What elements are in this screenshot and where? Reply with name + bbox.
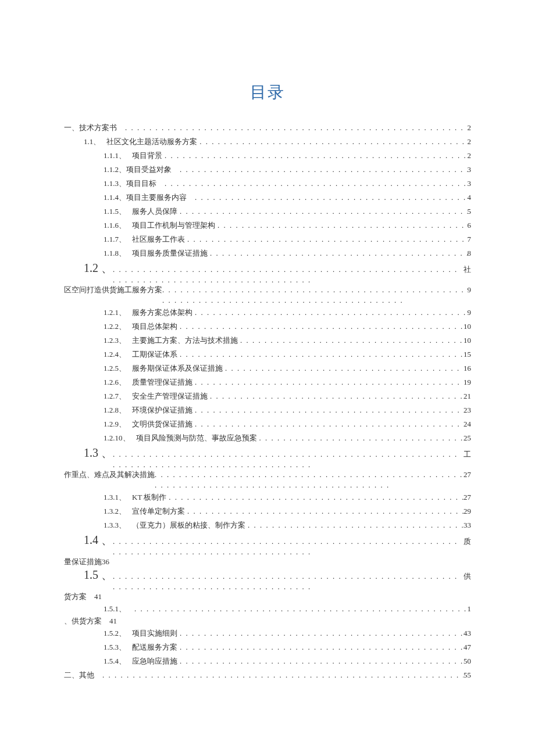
toc-section-wrap: 区空间打造供货施工服务方案9 bbox=[64, 285, 471, 306]
toc-label: 项目总体架构 bbox=[132, 320, 177, 334]
toc-label: 项目工作机制与管理架构 bbox=[132, 218, 215, 232]
toc-leader bbox=[132, 602, 468, 616]
page-title: 目录 bbox=[64, 81, 471, 103]
toc-leader bbox=[177, 320, 463, 334]
toc-num: 1.2.3、 bbox=[104, 334, 126, 347]
toc-leader bbox=[192, 306, 468, 320]
toc-section-wrap: 作重点、难点及其解决措施27 bbox=[64, 470, 471, 490]
toc-page: 50 bbox=[463, 654, 471, 668]
toc-leader bbox=[185, 232, 468, 246]
toc-leader bbox=[177, 347, 463, 361]
toc-label: 工期保证体系 bbox=[132, 347, 177, 361]
toc-page: 10 bbox=[463, 334, 471, 347]
toc-entry: 1.1.5、服务人员保障5 bbox=[64, 205, 471, 218]
toc-num: 1.1.1、 bbox=[104, 149, 126, 163]
toc-num: 1.2.8、 bbox=[104, 403, 126, 417]
toc-page: 2 bbox=[468, 135, 472, 149]
toc-leader bbox=[162, 149, 468, 163]
toc-trail: 供 bbox=[463, 571, 471, 582]
toc-entry: 1.5.2、项目实施细则43 bbox=[64, 626, 471, 640]
toc-page: 23 bbox=[463, 403, 471, 417]
toc-num: 1.1.3、项目目标 bbox=[104, 177, 156, 191]
toc-section-wrap: 量保证措施36 bbox=[64, 557, 471, 567]
toc-entry: 1.3.3、（亚克力）展板的粘接、制作方案33 bbox=[64, 518, 471, 532]
toc-page: 24 bbox=[463, 417, 471, 431]
toc-entry: 二、其他55 bbox=[64, 668, 471, 682]
toc-label: 量保证措施36 bbox=[64, 557, 109, 567]
toc-num: 1.3.1、 bbox=[104, 490, 126, 504]
toc-entry: 1.1、社区文化主题活动服务方案2 bbox=[64, 135, 471, 149]
toc-leader bbox=[123, 121, 468, 135]
toc-num: 二、其他 bbox=[64, 668, 94, 682]
toc-entry: 1.1.8、项目服务质量保证措施8 bbox=[64, 246, 471, 260]
toc-entry: 1.2.8、环境保护保证措施23 bbox=[64, 403, 471, 417]
toc-entry: 一、技术方案书2 bbox=[64, 121, 471, 135]
toc-num: 1.1.4、项目主要服务内容 bbox=[104, 191, 187, 205]
toc-entry: 1.2.10、项目风险预测与防范、事故应急预案25 bbox=[64, 431, 471, 445]
toc-num: 1.4 、 bbox=[64, 532, 113, 548]
toc-num: 1.2 、 bbox=[64, 260, 113, 276]
toc-num: 1.1.7、 bbox=[104, 232, 126, 246]
toc-entry: 1.2.6、质量管理保证措施19 bbox=[64, 375, 471, 389]
toc-page: 29 bbox=[463, 504, 471, 518]
toc-entry: 1.5.4、应急响应措施50 bbox=[64, 654, 471, 668]
toc-leader bbox=[177, 205, 468, 218]
page: 目录 一、技术方案书21.1、社区文化主题活动服务方案21.1.1、项目背景21… bbox=[0, 0, 535, 756]
toc-page: 10 bbox=[463, 320, 471, 334]
toc-label: 环境保护保证措施 bbox=[132, 403, 192, 417]
toc-entry: 1.2.7、安全生产管理保证措施21 bbox=[64, 389, 471, 403]
toc-leader bbox=[192, 191, 468, 205]
toc-num: 1.2.2、 bbox=[104, 320, 126, 334]
toc-entry: 1.2.2、项目总体架构10 bbox=[64, 320, 471, 334]
toc-page: 27 bbox=[463, 490, 471, 504]
toc-leader bbox=[192, 403, 463, 417]
toc-trail: 质 bbox=[463, 536, 471, 547]
toc-leader bbox=[215, 218, 468, 232]
toc-entry: 1.1.6、项目工作机制与管理架构6 bbox=[64, 218, 471, 232]
toc-entry: 1.1.1、项目背景2 bbox=[64, 149, 471, 163]
toc-trail: 工 bbox=[463, 449, 471, 460]
toc-num: 1.1.6、 bbox=[104, 218, 126, 232]
toc-leader bbox=[192, 417, 463, 431]
toc-entry: 1.2.9、文明供货保证措施24 bbox=[64, 417, 471, 431]
toc-page: 15 bbox=[463, 347, 471, 361]
toc-num: 1.5.4、 bbox=[104, 654, 126, 668]
toc-leader bbox=[192, 375, 463, 389]
toc-label: 、供货方案 41 bbox=[64, 616, 117, 626]
toc-leader bbox=[177, 626, 463, 640]
toc-leader bbox=[257, 431, 464, 445]
toc-page: 25 bbox=[463, 431, 471, 445]
toc-num: 一、技术方案书 bbox=[64, 121, 117, 135]
toc-section-head: 1.2 、社 bbox=[64, 260, 471, 285]
toc-entry: 1.3.1、KT 板制作27 bbox=[64, 490, 471, 504]
toc-page: 1 bbox=[468, 602, 472, 616]
toc-label: 应急响应措施 bbox=[132, 654, 177, 668]
toc-num: 1.1、 bbox=[84, 135, 101, 149]
toc-leader bbox=[100, 668, 463, 682]
toc-page: 16 bbox=[463, 361, 471, 375]
table-of-contents: 一、技术方案书21.1、社区文化主题活动服务方案21.1.1、项目背景21.1.… bbox=[64, 121, 471, 682]
toc-leader bbox=[113, 449, 463, 470]
toc-page: 9 bbox=[468, 285, 472, 295]
toc-page: 33 bbox=[463, 518, 471, 532]
toc-page: 9 bbox=[468, 306, 472, 320]
toc-page: 19 bbox=[463, 375, 471, 389]
toc-num: 1.5 、 bbox=[64, 567, 113, 583]
toc-leader bbox=[208, 246, 468, 260]
toc-leader bbox=[113, 571, 463, 592]
toc-entry: 1.5.3、配送服务方案47 bbox=[64, 640, 471, 654]
toc-label: 项目实施细则 bbox=[132, 626, 177, 640]
toc-label: （亚克力）展板的粘接、制作方案 bbox=[132, 518, 245, 532]
toc-num: 1.3.2、 bbox=[104, 504, 126, 518]
toc-label: 货方案 41 bbox=[64, 592, 102, 602]
toc-label: 主要施工方案、方法与技术措施 bbox=[132, 334, 238, 347]
toc-leader bbox=[208, 389, 463, 403]
toc-leader bbox=[155, 470, 463, 490]
toc-leader bbox=[177, 640, 463, 654]
toc-label: 服务期保证体系及保证措施 bbox=[132, 361, 223, 375]
toc-num: 1.2.7、 bbox=[104, 389, 126, 403]
toc-leader bbox=[166, 490, 463, 504]
toc-num: 1.2.5、 bbox=[104, 361, 126, 375]
toc-entry: 1.5.1、1 bbox=[64, 602, 471, 616]
toc-num: 1.2.9、 bbox=[104, 417, 126, 431]
